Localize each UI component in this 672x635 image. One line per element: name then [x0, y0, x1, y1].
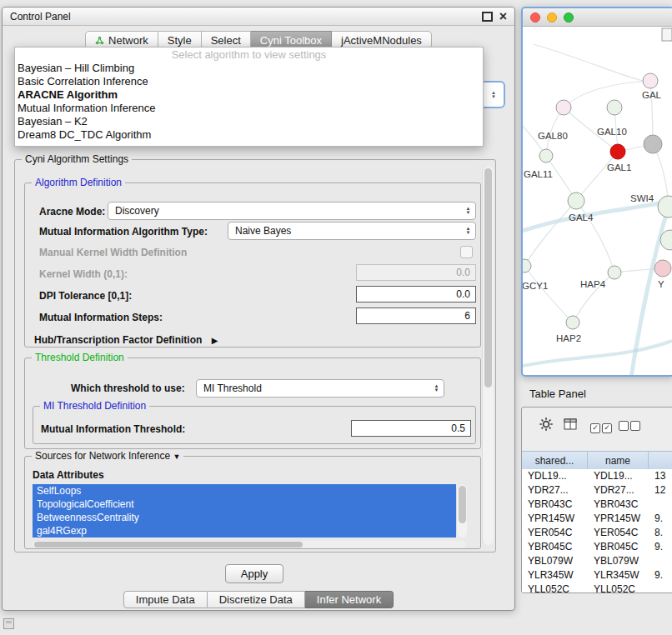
attributes-hscrollbar[interactable] — [33, 541, 466, 548]
network-node[interactable] — [654, 260, 671, 277]
attributes-hscrollbar-thumb[interactable] — [34, 542, 303, 548]
threshold-definition-title: Threshold Definition — [32, 352, 128, 363]
network-view-window: GAL GAL80 GAL10 GAL11 GAL1 SWI4 GAL4 GCY… — [521, 7, 672, 377]
network-node[interactable] — [523, 259, 531, 272]
table-options-button[interactable] — [539, 417, 554, 434]
manual-kernel-label: Manual Kernel Width Definition — [39, 247, 187, 258]
table-row[interactable]: YBR043CYBR043C — [522, 498, 672, 512]
popup-item-selected[interactable]: ARACNE Algorithm — [15, 88, 483, 102]
tab-infer-network[interactable]: Infer Network — [305, 591, 394, 608]
mi-steps-label: Mutual Information Steps: — [39, 312, 163, 323]
kernel-width-field[interactable]: 0.0 — [356, 264, 476, 281]
network-node[interactable] — [539, 149, 553, 162]
tab-impute-data[interactable]: Impute Data — [123, 591, 208, 608]
network-node[interactable] — [658, 196, 672, 218]
network-node[interactable] — [556, 100, 571, 115]
show-columns-button[interactable] — [564, 418, 578, 433]
attribute-item-selected[interactable]: BetweennessCentrality — [33, 511, 456, 524]
aracne-mode-combo[interactable]: Discovery ▲▼ — [108, 202, 476, 220]
which-threshold-combo[interactable]: MI Threshold ▲▼ — [196, 379, 444, 398]
deselect-all-columns-button[interactable] — [619, 421, 642, 433]
popup-item[interactable]: Mutual Information Inference — [15, 102, 483, 115]
select-all-columns-button[interactable]: ✓✓ — [590, 421, 614, 433]
network-node[interactable] — [643, 73, 658, 88]
table-body: YDL19...YDL19...13 YDR27...YDR27...12 YB… — [522, 469, 672, 592]
checked-box-icon: ✓ — [590, 423, 600, 433]
settings-scrollbar-thumb[interactable] — [484, 168, 492, 388]
table-row[interactable]: YDL19...YDL19...13 — [522, 469, 672, 483]
unchecked-box-icon — [630, 421, 640, 431]
minimize-traffic-light-icon[interactable] — [547, 12, 557, 22]
bottom-tabs: Impute Data Discretize Data Infer Networ… — [3, 591, 514, 608]
mi-steps-field[interactable]: 6 — [356, 308, 476, 324]
collapsed-panel-icon[interactable] — [3, 618, 14, 629]
table-panel-title: Table Panel — [521, 383, 672, 405]
attribute-item-selected[interactable]: gal4RGexp — [33, 524, 456, 538]
network-node[interactable] — [568, 192, 584, 209]
hub-section-toggle[interactable]: Hub/Transcription Factor Definition ▶ — [34, 334, 218, 346]
close-icon[interactable]: × — [499, 10, 507, 23]
node-label: GAL11 — [524, 169, 553, 179]
network-node-selected[interactable] — [610, 144, 625, 159]
popup-item[interactable]: Bayesian – K2 — [15, 115, 483, 128]
node-label: GAL10 — [597, 127, 627, 137]
popup-item[interactable]: Dream8 DC_TDC Algorithm — [15, 128, 483, 142]
expand-right-icon: ▶ — [212, 336, 218, 345]
settings-scrollbar[interactable] — [482, 167, 494, 545]
attribute-item-selected[interactable]: TopologicalCoefficient — [33, 498, 456, 511]
toolbar-fragment — [662, 28, 672, 41]
tab-network-label: Network — [108, 34, 148, 47]
table-row[interactable]: YER054CYER054C8. — [522, 526, 672, 540]
apply-button[interactable]: Apply — [225, 564, 283, 583]
algorithm-definition-title: Algorithm Definition — [32, 177, 125, 188]
table-row[interactable]: YLL052CYLL052C — [522, 582, 672, 592]
column-header-name[interactable]: name — [588, 452, 649, 470]
node-label: GAL4 — [569, 212, 594, 222]
table-row[interactable]: YPR145WYPR145W9. — [522, 512, 672, 526]
unchecked-box-icon — [619, 421, 629, 431]
combo-arrows-icon: ▲▼ — [461, 202, 475, 219]
algorithm-combo-arrow[interactable]: ▲▼ — [482, 81, 505, 108]
combo-arrows-icon: ▲▼ — [461, 222, 475, 239]
mi-type-combo[interactable]: Naive Bayes ▲▼ — [228, 222, 476, 240]
manual-kernel-checkbox[interactable] — [460, 246, 473, 258]
dpi-tolerance-field[interactable]: 0.0 — [356, 286, 476, 302]
algorithm-dropdown-popup: Select algorithm to view settings Bayesi… — [14, 47, 484, 147]
network-node[interactable] — [644, 135, 662, 153]
attributes-scrollbar-thumb[interactable] — [459, 486, 466, 523]
mi-threshold-field[interactable]: 0.5 — [351, 420, 471, 437]
close-traffic-light-icon[interactable] — [530, 12, 540, 22]
dpi-tolerance-label: DPI Tolerance [0,1]: — [39, 290, 132, 302]
network-node[interactable] — [607, 100, 622, 115]
combo-arrows-icon: ▲▼ — [429, 380, 444, 397]
popup-placeholder[interactable]: Select algorithm to view settings — [15, 48, 483, 62]
gear-icon — [539, 417, 554, 432]
popup-item[interactable]: Basic Correlation Inference — [15, 75, 483, 88]
data-attributes-list: SelfLoops TopologicalCoefficient Between… — [33, 484, 456, 538]
network-icon — [95, 36, 104, 45]
table-row[interactable]: YLR345WYLR345W9. — [522, 568, 672, 582]
control-panel-window: Control Panel × Network Style Select Cyn… — [2, 7, 515, 611]
node-label: HAP4 — [580, 279, 606, 289]
table-row[interactable]: YBL079WYBL079W — [522, 554, 672, 568]
attributes-scrollbar[interactable] — [456, 484, 467, 538]
column-header-shared-name[interactable]: shared... — [522, 452, 588, 470]
zoom-traffic-light-icon[interactable] — [564, 12, 574, 22]
table-header: shared... name — [522, 451, 672, 471]
popup-item[interactable]: Bayesian – Hill Climbing — [15, 62, 483, 75]
kernel-width-label: Kernel Width (0,1): — [39, 268, 128, 280]
network-canvas[interactable]: GAL GAL80 GAL10 GAL11 GAL1 SWI4 GAL4 GCY… — [523, 27, 672, 376]
columns-icon — [564, 418, 578, 431]
network-node[interactable] — [566, 316, 579, 329]
tab-discretize-data[interactable]: Discretize Data — [208, 591, 305, 608]
column-header-extra[interactable] — [649, 452, 672, 470]
network-window-titlebar — [523, 8, 672, 27]
network-node[interactable] — [608, 266, 621, 279]
desktop: Control Panel × Network Style Select Cyn… — [0, 0, 672, 635]
attribute-item-selected[interactable]: SelfLoops — [33, 484, 456, 498]
mi-type-label: Mutual Information Algorithm Type: — [39, 226, 208, 238]
table-row[interactable]: YBR045CYBR045C9. — [522, 540, 672, 554]
sources-group-title[interactable]: Sources for Network Inference ▼ — [32, 450, 183, 462]
float-window-icon[interactable] — [482, 12, 493, 22]
table-row[interactable]: YDR27...YDR27...12 — [522, 483, 672, 498]
